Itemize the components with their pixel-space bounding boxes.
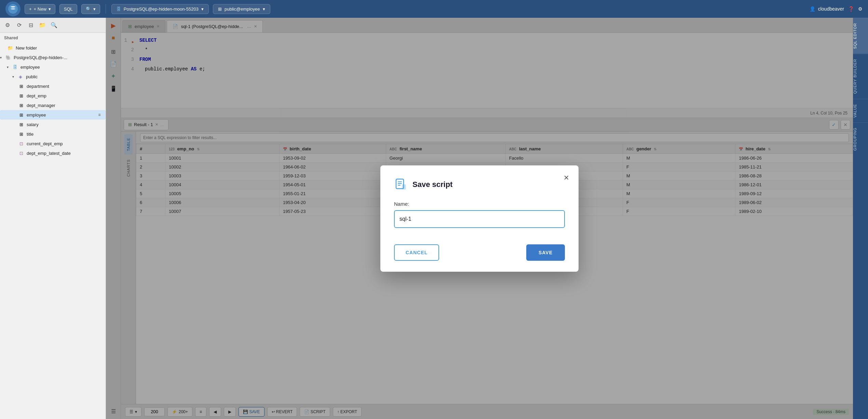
sidebar-settings-btn[interactable]: ⚙ bbox=[3, 21, 12, 30]
sidebar-item-dept-emp-latest[interactable]: ⊡ dept_emp_latest_date bbox=[0, 148, 106, 158]
value-panel-btn[interactable]: VALUE bbox=[853, 99, 868, 122]
sidebar: ⚙ ⟳ ⊟ 📁 🔍 Shared 📁 New folder ▾ 🐘 Postgr… bbox=[0, 18, 106, 419]
chevron-icon: ▾ bbox=[49, 6, 51, 12]
sidebar-item-employee-db[interactable]: ▾ 🗄 employee bbox=[0, 62, 106, 72]
grouping-panel-btn[interactable]: GROUPING bbox=[853, 122, 868, 156]
cancel-button[interactable]: CANCEL bbox=[394, 244, 439, 261]
app-logo[interactable] bbox=[5, 1, 21, 16]
sidebar-section-label: Shared bbox=[0, 33, 106, 43]
modal-overlay: Save script ✕ Name: CANCEL SAVE bbox=[106, 18, 853, 419]
table-icon: ⊞ bbox=[18, 121, 25, 128]
sidebar-collapse-btn[interactable]: ⊟ bbox=[26, 21, 36, 30]
folder-icon: 📁 bbox=[7, 44, 14, 51]
sidebar-item-new-folder[interactable]: 📁 New folder bbox=[0, 43, 106, 53]
save-script-modal: Save script ✕ Name: CANCEL SAVE bbox=[380, 165, 579, 272]
schema-selector[interactable]: ⊞ public@employee ▾ bbox=[213, 4, 270, 14]
chevron-icon: ▾ bbox=[93, 6, 96, 12]
sql-button[interactable]: SQL bbox=[59, 4, 77, 14]
separator bbox=[106, 4, 106, 14]
script-name-input[interactable] bbox=[394, 210, 565, 228]
modal-header: Save script bbox=[394, 178, 565, 191]
modal-script-icon bbox=[394, 178, 408, 191]
view-icon: ⊡ bbox=[18, 140, 25, 147]
table-icon: ⊞ bbox=[218, 6, 222, 12]
modal-close-btn[interactable]: ✕ bbox=[561, 172, 572, 183]
modal-name-label: Name: bbox=[394, 201, 565, 207]
query-builder-panel-btn[interactable]: QUERY BUILDER bbox=[853, 54, 868, 98]
topbar: + + New ▾ SQL 🔍 ▾ 🗄 PostgreSQL@ep-hidden… bbox=[0, 0, 868, 18]
sidebar-item-title[interactable]: ⊞ title bbox=[0, 129, 106, 139]
sql-editor-panel-btn[interactable]: SQL EDITOR bbox=[853, 18, 868, 54]
table-icon: ⊞ bbox=[18, 102, 25, 109]
table-icon: ⊞ bbox=[18, 92, 25, 99]
save-button[interactable]: SAVE bbox=[526, 244, 565, 261]
sidebar-item-employee-table[interactable]: ⊞ employee ≡ bbox=[0, 110, 106, 120]
svg-rect-2 bbox=[402, 185, 406, 189]
view-icon: ⊡ bbox=[18, 150, 25, 157]
sidebar-item-postgres[interactable]: ▾ 🐘 PostgreSQL@ep-hidden-... bbox=[0, 53, 106, 62]
plus-icon: + bbox=[29, 6, 32, 12]
sidebar-item-dept-manager[interactable]: ⊞ dept_manager bbox=[0, 100, 106, 110]
settings-icon[interactable]: ⚙ bbox=[858, 6, 863, 12]
chevron-down-icon: ▾ bbox=[263, 6, 265, 12]
sidebar-item-dept-emp[interactable]: ⊞ dept_emp bbox=[0, 91, 106, 100]
sidebar-toolbar: ⚙ ⟳ ⊟ 📁 🔍 bbox=[0, 18, 106, 33]
new-button[interactable]: + + New ▾ bbox=[25, 4, 55, 14]
table-icon: ⊞ bbox=[18, 111, 25, 118]
chevron-down-icon: ▾ bbox=[201, 6, 204, 12]
connection-selector[interactable]: 🗄 PostgreSQL@ep-hidden-moon-55203 ▾ bbox=[111, 4, 209, 14]
db-icon: 🗄 bbox=[12, 64, 18, 70]
modal-actions: CANCEL SAVE bbox=[394, 244, 565, 261]
sidebar-new-folder-btn[interactable]: 📁 bbox=[38, 21, 47, 30]
sidebar-item-public-schema[interactable]: ▾ ◈ public bbox=[0, 72, 106, 81]
sidebar-refresh-btn[interactable]: ⟳ bbox=[14, 21, 24, 30]
search-button[interactable]: 🔍 ▾ bbox=[81, 4, 100, 14]
table-icon: ⊞ bbox=[18, 83, 25, 90]
table-icon: ⊞ bbox=[18, 131, 25, 137]
schema-icon: ◈ bbox=[17, 73, 24, 80]
topbar-right: 👤 cloudbeaver ❓ ⚙ bbox=[810, 6, 863, 12]
db-connection-icon: 🐘 bbox=[5, 54, 12, 61]
row-actions-btn[interactable]: ≡ bbox=[96, 111, 103, 118]
sidebar-item-current-dept-emp[interactable]: ⊡ current_dept_emp bbox=[0, 139, 106, 148]
search-icon: 🔍 bbox=[86, 6, 91, 12]
right-panels: SQL EDITOR QUERY BUILDER VALUE GROUPING bbox=[853, 18, 868, 419]
sidebar-search-btn[interactable]: 🔍 bbox=[49, 21, 59, 30]
modal-title: Save script bbox=[412, 180, 452, 189]
db-icon: 🗄 bbox=[117, 6, 121, 12]
sidebar-item-department[interactable]: ⊞ department bbox=[0, 81, 106, 91]
user-icon: 👤 bbox=[810, 6, 815, 12]
user-info[interactable]: 👤 cloudbeaver bbox=[810, 6, 844, 12]
sidebar-item-salary[interactable]: ⊞ salary bbox=[0, 120, 106, 129]
help-icon[interactable]: ❓ bbox=[848, 6, 854, 12]
